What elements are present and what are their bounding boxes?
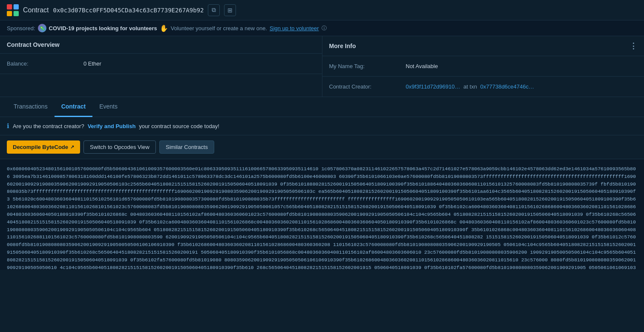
verify-publish-link[interactable]: Verify and Publish xyxy=(88,123,136,129)
buttons-row: Decompile ByteCode ↗ Switch to Opcodes V… xyxy=(0,135,644,159)
top-header: Contract 0x0c3d07Bcc0FF5D045CDa34c63cB77… xyxy=(0,0,644,20)
contract-overview-header: Contract Overview xyxy=(0,36,322,54)
balance-value: 0 Ether xyxy=(83,60,101,67)
more-info-title: More Info xyxy=(329,43,356,49)
page-title: Contract xyxy=(23,6,49,14)
balance-label: Balance: xyxy=(7,60,83,67)
svg-rect-2 xyxy=(7,11,12,16)
creator-txn-link[interactable]: 0x77738d6ce4746c… xyxy=(480,83,535,90)
sign-up-volunteer-link[interactable]: Sign up to volunteer xyxy=(270,25,319,31)
sponsored-project-icon: 🦠 xyxy=(38,24,46,32)
alert-icon: ℹ xyxy=(7,122,9,130)
bytecode-display[interactable]: 0x608060405234801561001057600080fd5b5060… xyxy=(0,159,644,270)
tab-events[interactable]: Events xyxy=(92,97,124,117)
svg-rect-0 xyxy=(7,4,12,9)
tab-transactions-label: Transactions xyxy=(14,103,48,110)
creator-label: Contract Creator: xyxy=(329,83,406,90)
more-info-panel: More Info ⋮ My Name Tag: Not Available C… xyxy=(322,36,644,97)
switch-opcodes-label: Switch to Opcodes View xyxy=(90,144,150,150)
tab-transactions[interactable]: Transactions xyxy=(7,97,55,117)
name-tag-label: My Name Tag: xyxy=(329,63,406,69)
more-info-header: More Info ⋮ xyxy=(322,36,644,56)
sponsored-bar: Sponsored: 🦠 COVID-19 projects looking f… xyxy=(0,20,644,36)
decompile-bytecode-button[interactable]: Decompile ByteCode ↗ xyxy=(7,140,80,154)
creator-address-link[interactable]: 0x9f3f11d72d96910… xyxy=(406,83,460,90)
grid-view-button[interactable]: ⊞ xyxy=(224,4,236,16)
overview-panels: Contract Overview Balance: 0 Ether More … xyxy=(0,36,644,97)
tabs-bar: Transactions Contract Events xyxy=(0,97,644,117)
grid-icon: ⊞ xyxy=(227,7,233,14)
creator-value: 0x9f3f11d72d96910… at txn 0x77738d6ce474… xyxy=(406,83,535,90)
svg-rect-1 xyxy=(14,4,19,9)
contract-address: 0x0c3d07Bcc0FF5D045CDa34c63cB7739E267A9b… xyxy=(53,7,204,14)
at-txn-label: at txn xyxy=(463,83,477,90)
tab-events-label: Events xyxy=(99,103,118,110)
sponsored-project-name: COVID-19 projects looking for volunteers xyxy=(49,25,157,31)
contract-overview-title: Contract Overview xyxy=(7,41,60,48)
extra-row xyxy=(0,74,322,94)
contract-overview-panel: Contract Overview Balance: 0 Ether xyxy=(0,36,322,97)
name-tag-row: My Name Tag: Not Available xyxy=(322,56,644,77)
similar-contracts-label: Similar Contracts xyxy=(166,144,208,150)
tab-contract[interactable]: Contract xyxy=(55,97,93,117)
name-tag-value: Not Available xyxy=(406,63,438,69)
sponsored-description: Volunteer yourself or create a new one. xyxy=(171,25,267,31)
svg-rect-3 xyxy=(14,11,19,16)
alert-bar: ℹ Are you the contract creator? Verify a… xyxy=(0,117,644,135)
copy-icon: ⧉ xyxy=(212,6,216,14)
sponsored-emoji: ✋ xyxy=(160,24,168,32)
alert-text-before: Are you the contract creator? xyxy=(13,123,84,129)
app-logo xyxy=(7,4,19,16)
switch-opcodes-button[interactable]: Switch to Opcodes View xyxy=(83,140,156,154)
tab-contract-label: Contract xyxy=(61,103,86,110)
decompile-label: Decompile ByteCode xyxy=(13,144,68,150)
external-link-icon: ↗ xyxy=(70,144,74,150)
copy-address-button[interactable]: ⧉ xyxy=(208,4,220,16)
info-icon[interactable]: ⓘ xyxy=(322,25,327,32)
creator-row: Contract Creator: 0x9f3f11d72d96910… at … xyxy=(322,77,644,97)
balance-row: Balance: 0 Ether xyxy=(0,54,322,74)
similar-contracts-button[interactable]: Similar Contracts xyxy=(159,140,214,154)
sponsored-label: Sponsored: xyxy=(7,25,35,31)
alert-text-after: your contract source code today! xyxy=(139,123,219,129)
more-options-icon[interactable]: ⋮ xyxy=(630,41,637,51)
bytecode-wrapper: 0x608060405234801561001057600080fd5b5060… xyxy=(0,159,644,270)
